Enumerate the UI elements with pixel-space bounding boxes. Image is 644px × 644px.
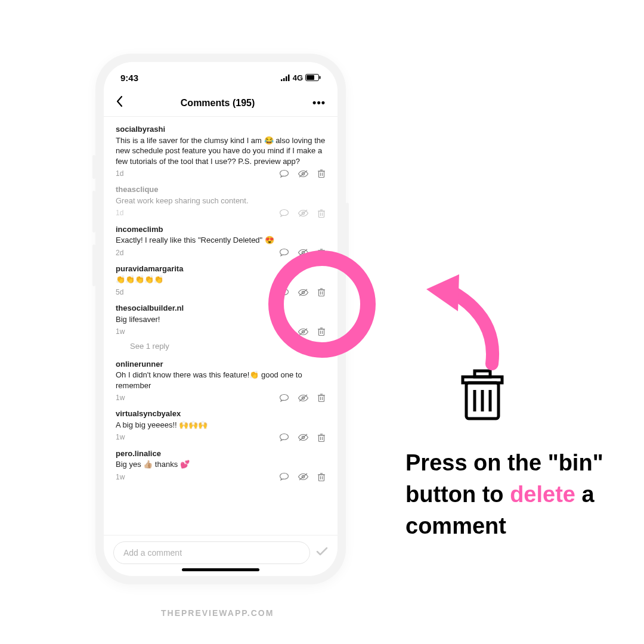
see-reply-link[interactable]: See 1 reply xyxy=(104,338,338,354)
reply-button[interactable] xyxy=(279,248,289,257)
reply-button[interactable] xyxy=(279,472,289,481)
comment-time: 1w xyxy=(116,327,125,336)
trash-icon xyxy=(317,209,326,218)
comment-username[interactable]: pero.linalice xyxy=(116,448,326,459)
reply-button[interactable] xyxy=(279,169,289,178)
comment-text: Exactly! I really like this "Recently De… xyxy=(116,235,326,246)
hide-button[interactable] xyxy=(298,248,309,257)
reply-icon xyxy=(279,288,289,297)
comment-username[interactable]: virtualsyncbyalex xyxy=(116,408,326,419)
reply-icon xyxy=(279,394,289,402)
comment-text: Oh I didn't know there was this feature!… xyxy=(116,370,326,391)
hide-button[interactable] xyxy=(298,209,309,218)
hide-icon xyxy=(298,209,309,218)
reply-icon xyxy=(279,169,289,178)
comment-item[interactable]: puravidamargarita👏👏👏👏👏5d xyxy=(104,259,338,298)
back-button[interactable] xyxy=(116,95,123,111)
comment-text: 👏👏👏👏👏 xyxy=(116,274,326,285)
comment-actions xyxy=(279,209,326,218)
svg-rect-5 xyxy=(306,75,314,80)
chevron-left-icon xyxy=(116,95,123,107)
page-title: Comments (195) xyxy=(181,98,255,109)
hide-icon xyxy=(298,472,309,481)
hide-icon xyxy=(298,169,309,178)
comment-username[interactable]: incomeclimb xyxy=(116,224,326,235)
comment-username[interactable]: puravidamargarita xyxy=(116,264,326,274)
svg-rect-58 xyxy=(319,475,324,481)
status-time: 9:43 xyxy=(120,73,138,83)
comment-username[interactable]: theasclique xyxy=(116,184,326,195)
comment-input[interactable]: Add a comment xyxy=(113,541,310,564)
comment-actions xyxy=(279,433,326,442)
reply-button[interactable] xyxy=(279,288,289,297)
svg-rect-16 xyxy=(319,211,324,218)
delete-button[interactable] xyxy=(317,327,326,336)
comment-item[interactable]: thesocialbuilder.nlBig lifesaver!1w xyxy=(104,298,338,338)
phone-side-button xyxy=(92,155,95,179)
comment-actions xyxy=(279,393,326,402)
comment-item[interactable]: virtualsyncbyalexA big big yeeees!! 🙌🙌🙌1… xyxy=(104,404,338,443)
svg-rect-23 xyxy=(319,250,324,257)
comment-time: 5d xyxy=(116,287,123,297)
trash-icon xyxy=(459,369,506,422)
reply-button[interactable] xyxy=(279,394,289,402)
submit-button[interactable] xyxy=(316,547,328,559)
hide-button[interactable] xyxy=(298,394,309,402)
network-label: 4G xyxy=(293,73,303,82)
comment-item[interactable]: pero.linaliceBig yes 👍🏼 thanks 💕1w xyxy=(104,444,338,483)
nav-bar: Comments (195) ••• xyxy=(104,89,338,117)
comment-item[interactable]: theascliqueGreat work keep sharing such … xyxy=(104,179,338,219)
comment-meta: 1d xyxy=(116,169,326,178)
comment-username[interactable]: thesocialbuilder.nl xyxy=(116,303,326,314)
trash-icon xyxy=(317,433,326,442)
reply-button[interactable] xyxy=(279,433,289,442)
comment-item[interactable]: socialbyrashiThis is a life saver for th… xyxy=(104,119,338,179)
reply-icon xyxy=(279,433,289,442)
comment-item[interactable]: incomeclimbExactly! I really like this "… xyxy=(104,219,338,259)
comment-actions xyxy=(279,472,326,482)
comment-meta: 1w xyxy=(116,432,326,442)
svg-rect-6 xyxy=(320,76,321,79)
comment-meta: 1w xyxy=(116,327,326,336)
arrow-annotation xyxy=(394,256,513,376)
reply-button[interactable] xyxy=(279,327,289,336)
delete-button[interactable] xyxy=(317,248,326,258)
comment-text: A big big yeeees!! 🙌🙌🙌 xyxy=(116,420,326,431)
delete-button[interactable] xyxy=(317,433,326,442)
more-button[interactable]: ••• xyxy=(312,97,326,109)
comment-username[interactable]: socialbyrashi xyxy=(116,124,326,135)
delete-button[interactable] xyxy=(317,169,326,178)
comment-meta: 5d xyxy=(116,287,326,297)
comment-time: 1d xyxy=(116,169,123,178)
comment-actions xyxy=(279,169,326,178)
hide-icon xyxy=(298,288,309,297)
svg-rect-30 xyxy=(319,290,324,296)
svg-rect-0 xyxy=(281,79,283,81)
comment-item[interactable]: onlinerunnerOh I didn't know there was t… xyxy=(104,354,338,404)
status-bar: 9:43 4G xyxy=(104,66,338,89)
comment-meta: 1w xyxy=(116,393,326,402)
comment-text: Big yes 👍🏼 thanks 💕 xyxy=(116,459,326,470)
reply-button[interactable] xyxy=(279,209,289,218)
delete-button[interactable] xyxy=(317,209,326,218)
phone-screen: 9:43 4G Comments (195) ••• socialbyrashi… xyxy=(104,62,338,576)
hide-button[interactable] xyxy=(298,433,309,442)
hide-button[interactable] xyxy=(298,288,309,297)
hide-button[interactable] xyxy=(298,327,309,336)
hide-button[interactable] xyxy=(298,472,309,481)
svg-rect-1 xyxy=(283,78,285,81)
trash-icon xyxy=(317,169,326,178)
comments-list[interactable]: socialbyrashiThis is a life saver for th… xyxy=(104,117,338,535)
home-indicator[interactable] xyxy=(182,568,259,571)
comment-text: Big lifesaver! xyxy=(116,314,326,325)
hide-button[interactable] xyxy=(298,169,309,178)
comment-actions xyxy=(279,287,326,297)
reply-icon xyxy=(279,472,289,481)
comment-username[interactable]: onlinerunner xyxy=(116,359,326,370)
caption-highlight: delete xyxy=(510,482,575,507)
delete-button[interactable] xyxy=(317,393,326,402)
svg-rect-44 xyxy=(319,395,324,402)
phone-side-button xyxy=(346,203,349,262)
delete-button[interactable] xyxy=(317,472,326,482)
delete-button[interactable] xyxy=(317,287,326,297)
